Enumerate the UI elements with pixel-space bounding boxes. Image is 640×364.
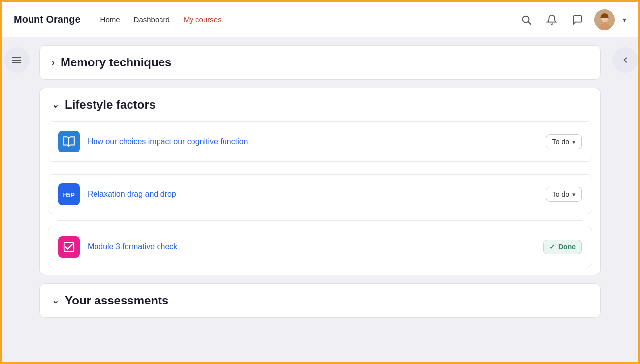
chevron-down-icon: ⌄: [52, 99, 59, 110]
section-your-assessments: ⌄ Your assessments: [39, 283, 601, 318]
nav-links: Home Dashboard My courses: [100, 15, 506, 24]
section-memory-techniques-header[interactable]: › Memory techniques: [40, 46, 600, 79]
chevron-right-icon: ›: [52, 58, 55, 68]
hp-icon-container: H5P: [58, 183, 80, 205]
item-1-status-button[interactable]: To do ▾: [546, 134, 582, 149]
item-2-chevron-icon: ▾: [572, 191, 576, 198]
search-button[interactable]: [517, 11, 535, 29]
item-2-status-label: To do: [552, 190, 569, 198]
chevron-down-2-icon: ⌄: [52, 295, 59, 306]
item-1-title: How our choices impact our cognitive fun…: [88, 137, 538, 146]
messages-button[interactable]: [569, 11, 586, 29]
svg-line-1: [528, 22, 531, 24]
hp-icon: H5P: [62, 189, 76, 200]
chat-icon: [572, 14, 583, 25]
avatar[interactable]: [594, 9, 615, 30]
book-icon: [63, 135, 75, 148]
item-1-status-label: To do: [552, 138, 569, 146]
section-lifestyle-factors-header[interactable]: ⌄ Lifestyle factors: [40, 88, 600, 121]
item-2-status-button[interactable]: To do ▾: [546, 187, 582, 202]
nav-dashboard[interactable]: Dashboard: [134, 15, 170, 24]
main-layout: › Memory techniques ⌄ Lifestyle factors: [2, 37, 638, 362]
item-3-status-button[interactable]: ✓ Done: [543, 240, 582, 254]
section-memory-techniques-title: Memory techniques: [61, 56, 171, 69]
item-3-title: Module 3 formative check: [88, 243, 535, 251]
divider-2: [58, 220, 582, 221]
section-lifestyle-factors-title: Lifestyle factors: [65, 98, 156, 112]
list-item[interactable]: How our choices impact our cognitive fun…: [48, 121, 592, 162]
item-2-title: Relaxation drag and drop: [88, 190, 538, 199]
sidebar-toggle-button[interactable]: [4, 47, 30, 73]
item-1-chevron-icon: ▾: [572, 138, 576, 146]
divider-1: [58, 168, 582, 168]
brand: Mount Orange: [14, 14, 81, 25]
navbar: Mount Orange Home Dashboard My courses: [2, 2, 638, 37]
section-memory-techniques: › Memory techniques: [39, 45, 601, 80]
nav-home[interactable]: Home: [100, 15, 120, 24]
navbar-right: ▾: [517, 9, 626, 30]
checkbox-icon: [63, 241, 75, 253]
section-your-assessments-title: Your assessments: [65, 294, 168, 307]
done-check-icon: ✓: [549, 243, 555, 251]
right-collapse-button[interactable]: [612, 47, 638, 73]
item-3-status-label: Done: [558, 243, 576, 251]
content-area: › Memory techniques ⌄ Lifestyle factors: [32, 37, 608, 362]
section-your-assessments-header[interactable]: ⌄ Your assessments: [40, 284, 600, 317]
list-item[interactable]: H5P Relaxation drag and drop To do ▾: [48, 174, 592, 214]
bell-icon: [546, 14, 557, 25]
menu-icon: [11, 55, 22, 65]
course-items-list: How our choices impact our cognitive fun…: [40, 121, 600, 275]
list-item[interactable]: Module 3 formative check ✓ Done: [48, 227, 592, 267]
avatar-chevron-icon[interactable]: ▾: [623, 16, 626, 24]
section-lifestyle-factors: ⌄ Lifestyle factors How our choices impa…: [39, 88, 601, 275]
svg-text:H5P: H5P: [63, 192, 74, 199]
chevron-left-icon: [621, 56, 630, 64]
search-icon: [521, 14, 532, 25]
nav-my-courses[interactable]: My courses: [184, 15, 222, 24]
notifications-button[interactable]: [543, 11, 561, 29]
formative-check-icon-container: [58, 236, 80, 258]
book-icon-container: [58, 131, 80, 152]
